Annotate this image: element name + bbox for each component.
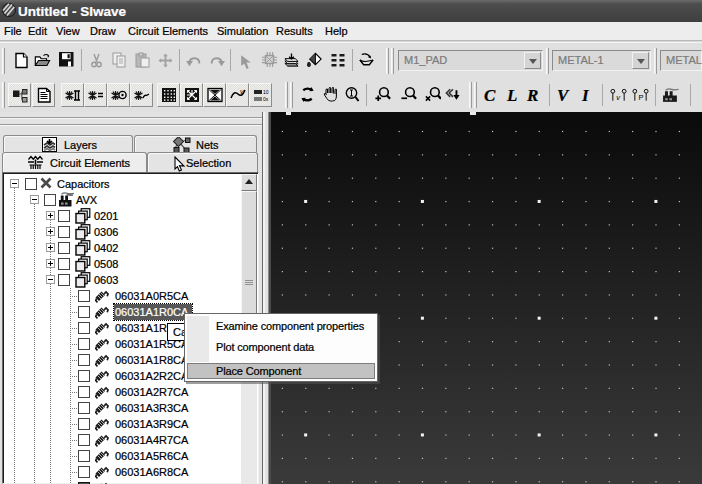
svg-text:v: v: [240, 88, 244, 95]
svg-text:P: P: [639, 93, 644, 102]
svg-text:10: 10: [263, 89, 269, 95]
svg-text:v: v: [616, 93, 621, 102]
svg-text:0s: 0s: [263, 96, 269, 102]
